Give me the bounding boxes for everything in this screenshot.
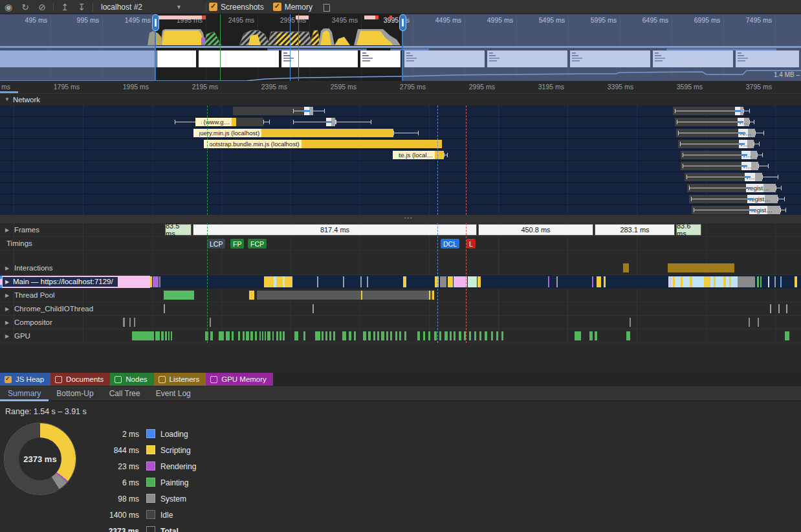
timing-marker-badge[interactable]: FCP: [248, 239, 267, 249]
track-event-segment[interactable]: [738, 276, 755, 287]
timing-marker-badge[interactable]: DCL: [441, 239, 459, 249]
network-request-chip[interactable]: regist…: [749, 206, 780, 214]
frame-duration-chip[interactable]: 283.1 ms: [595, 224, 675, 236]
memory-checkbox[interactable]: Memory: [273, 3, 313, 12]
timing-marker-badge[interactable]: FP: [230, 239, 244, 249]
track-event-segment[interactable]: [786, 304, 787, 313]
track-event-segment[interactable]: [294, 331, 298, 340]
track-event-segment[interactable]: [264, 276, 274, 287]
track-event-segment[interactable]: [749, 318, 750, 327]
track-event-segment[interactable]: [673, 276, 675, 287]
save-profile-icon[interactable]: ↧: [73, 1, 90, 14]
screenshot-thumbnail[interactable]: [281, 50, 358, 67]
track-event-segment[interactable]: [377, 331, 379, 340]
track-event-segment[interactable]: [690, 276, 692, 287]
track-event-segment[interactable]: [548, 276, 549, 287]
network-request-chip[interactable]: regist…: [747, 195, 778, 203]
network-request-chip[interactable]: js (www.g…: [195, 118, 236, 126]
track-event-segment[interactable]: [630, 318, 631, 327]
track-event-segment[interactable]: [390, 331, 392, 340]
track-event-segment[interactable]: [381, 331, 384, 340]
counter-toggle-gpu-memory[interactable]: GPU Memory: [206, 373, 273, 386]
timeline-overview[interactable]: 495 ms995 ms1495 ms1995 ms2495 ms2995 ms…: [0, 14, 801, 81]
track-event-segment[interactable]: [479, 331, 481, 340]
track-event-segment[interactable]: [164, 291, 194, 300]
track-event-segment[interactable]: [670, 276, 671, 287]
track-event-segment[interactable]: [219, 331, 224, 340]
track-event-segment[interactable]: [435, 276, 439, 287]
track-event-segment[interactable]: [760, 276, 762, 287]
track-event-segment[interactable]: [623, 263, 629, 272]
track-event-segment[interactable]: [485, 331, 487, 340]
network-request-chip[interactable]: r…: [739, 140, 754, 148]
frame-duration-chip[interactable]: 450.8 ms: [478, 224, 593, 236]
track-event-segment[interactable]: [597, 276, 601, 287]
track-event-segment[interactable]: [444, 331, 448, 340]
track-event-segment[interactable]: [257, 291, 433, 300]
track-event-segment[interactable]: [592, 276, 593, 287]
track-event-segment[interactable]: [575, 331, 581, 340]
track-event-segment[interactable]: [243, 331, 245, 340]
profile-select[interactable]: localhost #2 ▼: [96, 3, 203, 12]
track-event-segment[interactable]: [354, 331, 356, 340]
counter-toggle-listeners[interactable]: Listeners: [154, 373, 206, 386]
trash-icon[interactable]: [323, 3, 330, 11]
clear-icon[interactable]: ⊘: [34, 1, 50, 14]
track-event-segment[interactable]: [681, 276, 683, 287]
counter-toggle-js-heap[interactable]: JS Heap: [0, 373, 50, 386]
network-request-chip[interactable]: r…: [738, 118, 749, 126]
screenshot-thumbnail[interactable]: [360, 50, 401, 67]
track-event-segment[interactable]: [343, 276, 344, 287]
network-request-chip[interactable]: r…: [745, 173, 762, 181]
track-event-segment[interactable]: [626, 331, 630, 340]
track-event-segment[interactable]: [785, 331, 789, 340]
track-event-segment[interactable]: [386, 331, 388, 340]
track-event-segment[interactable]: [250, 331, 253, 340]
track-event-segment[interactable]: [210, 331, 213, 340]
track-event-segment[interactable]: [153, 276, 159, 287]
track-event-segment[interactable]: [469, 331, 471, 340]
track-event-segment[interactable]: [165, 331, 167, 340]
track-event-segment[interactable]: [132, 331, 154, 340]
track-event-segment[interactable]: [232, 331, 234, 340]
load-profile-icon[interactable]: ↥: [56, 1, 73, 14]
track-event-segment[interactable]: [454, 331, 455, 340]
track-event-segment[interactable]: [428, 331, 430, 340]
track-event-segment[interactable]: [432, 291, 434, 300]
track-event-segment[interactable]: [440, 276, 446, 287]
track-event-segment[interactable]: [317, 276, 318, 287]
frame-duration-chip[interactable]: 83.5 ms: [165, 224, 192, 236]
track-event-segment[interactable]: [729, 276, 731, 287]
track-event-segment[interactable]: [171, 331, 172, 340]
track-event-segment[interactable]: [496, 331, 498, 340]
track-event-segment[interactable]: [423, 331, 425, 340]
track-event-segment[interactable]: [778, 304, 780, 313]
track-event-segment[interactable]: [368, 331, 371, 340]
track-event-segment[interactable]: [262, 331, 263, 340]
network-request-chip[interactable]: [735, 107, 743, 115]
track-event-segment[interactable]: [238, 331, 240, 340]
track-event-segment[interactable]: [210, 318, 211, 327]
panel-splitter-handle[interactable]: [0, 215, 801, 223]
track-event-segment[interactable]: [276, 331, 278, 340]
track-event-segment[interactable]: [770, 304, 771, 313]
track-event-segment[interactable]: [448, 276, 453, 287]
track-event-segment[interactable]: [164, 304, 165, 313]
track-event-segment[interactable]: [395, 331, 397, 340]
counter-toggle-documents[interactable]: Documents: [50, 373, 110, 386]
timing-marker-badge[interactable]: LCP: [207, 239, 225, 249]
network-request-chip[interactable]: site.js (local…: [393, 151, 444, 159]
network-request-chip[interactable]: [326, 118, 335, 126]
track-event-segment[interactable]: [360, 276, 362, 287]
track-event-segment[interactable]: [285, 276, 292, 287]
track-event-segment[interactable]: [255, 331, 257, 340]
track-event-segment[interactable]: [758, 318, 759, 327]
network-request-chip[interactable]: bootstrap.bundle.min.js (localhost): [204, 140, 442, 148]
track-event-segment[interactable]: [123, 318, 125, 327]
frame-duration-chip[interactable]: 83.6 ms: [676, 224, 701, 236]
track-event-segment[interactable]: [276, 276, 283, 287]
screenshots-checkbox[interactable]: Screenshots: [209, 3, 264, 12]
track-event-segment[interactable]: [280, 331, 281, 340]
track-event-segment[interactable]: [459, 331, 461, 340]
chevron-collapsed-icon[interactable]: ▶: [5, 293, 9, 298]
